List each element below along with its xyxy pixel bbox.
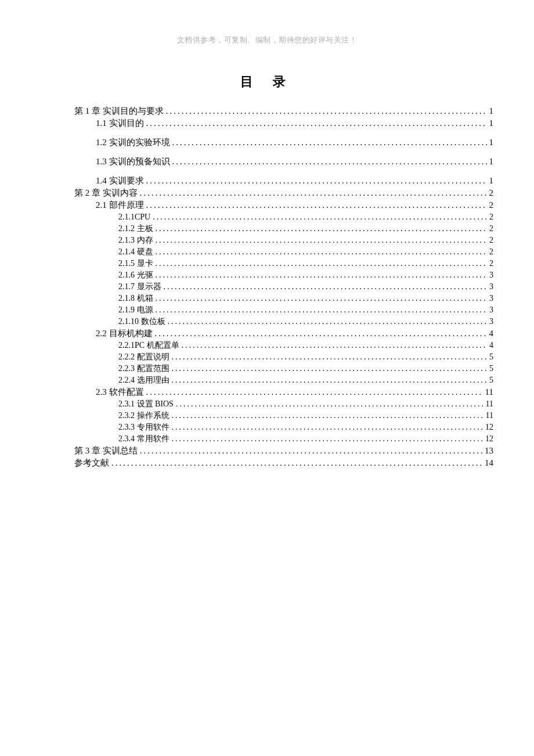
- toc-entry: 2.2.4 选用理由5: [41, 376, 493, 384]
- toc-dots: [146, 119, 487, 128]
- toc-entry-label: 2.2.1PC 机配置单: [118, 341, 179, 350]
- toc-dots: [172, 376, 488, 384]
- toc-entry: 2.1.5 显卡2: [41, 260, 493, 268]
- toc-dots: [156, 236, 488, 244]
- toc-entry-page: 5: [489, 353, 493, 361]
- toc-entry: 1.1 实训目的1: [41, 119, 493, 128]
- toc-dots: [156, 225, 488, 233]
- toc-dots: [156, 260, 488, 268]
- toc-entry-label: 第 1 章 实训目的与要求: [74, 107, 164, 116]
- toc-dots: [176, 400, 484, 408]
- toc-entry-page: 1: [489, 177, 494, 185]
- toc-entry-label: 参考文献: [74, 459, 109, 467]
- header-note: 文档供参考，可复制、编制，期待您的好评与关注！: [41, 35, 493, 45]
- toc-entry: 2.1.4 硬盘2: [41, 248, 493, 256]
- toc-entry-label: 2.1.3 内存: [118, 236, 153, 244]
- toc-entry: 2.3 软件配置11: [41, 388, 493, 397]
- toc-entry: 2.2.1PC 机配置单4: [41, 341, 493, 350]
- toc-entry-label: 2.1.5 显卡: [118, 260, 153, 268]
- toc-dots: [172, 138, 487, 147]
- toc-dots: [156, 271, 488, 279]
- toc-entry-page: 1: [489, 119, 494, 128]
- toc-entry: 2.1.1CPU2: [41, 213, 493, 221]
- toc-entry-page: 2: [489, 260, 493, 268]
- toc-dots: [111, 459, 482, 467]
- toc-entry: 2.1.7 显示器3: [41, 283, 493, 291]
- toc-entry: 2.1.6 光驱3: [41, 271, 493, 279]
- toc-entry-label: 1.3 实训的预备知识: [96, 157, 170, 166]
- toc-entry-label: 2.2.2 配置说明: [118, 353, 169, 361]
- toc-dots: [140, 447, 482, 455]
- toc-dots: [182, 341, 487, 350]
- toc-dots: [172, 435, 484, 443]
- toc-entry: 1.2 实训的实验环境1: [41, 138, 493, 147]
- toc-entry-label: 2.1 部件原理: [96, 201, 144, 210]
- toc-entry-page: 1: [489, 157, 494, 166]
- document-page: 文档供参考，可复制、编制，期待您的好评与关注！ 目 录 第 1 章 实训目的与要…: [0, 0, 534, 467]
- toc-entry: 2.1 部件原理2: [41, 201, 493, 210]
- toc-entry: 2.1.3 内存2: [41, 236, 493, 244]
- toc-entry-label: 1.4 实训要求: [96, 177, 144, 185]
- toc-entry-label: 2.1.7 显示器: [118, 283, 161, 291]
- toc-entry-label: 2.3 软件配置: [96, 388, 144, 397]
- toc-dots: [172, 423, 484, 431]
- toc-dots: [146, 201, 487, 210]
- toc-entry-page: 2: [489, 236, 493, 244]
- toc-dots: [168, 318, 488, 326]
- toc-dots: [172, 353, 488, 361]
- toc-dots: [172, 157, 487, 166]
- toc-entry-label: 1.2 实训的实验环境: [96, 138, 170, 147]
- toc-entry-page: 2: [489, 201, 494, 210]
- toc-dots: [156, 294, 488, 303]
- toc-dots: [146, 388, 483, 397]
- toc-dots: [172, 412, 484, 420]
- toc-entry-label: 2.3.3 专用软件: [118, 423, 169, 431]
- toc-entry: 参考文献14: [41, 459, 493, 467]
- toc-entry: 2.3.2 操作系统11: [41, 412, 493, 420]
- toc-entry-page: 2: [489, 213, 493, 221]
- toc-entry-page: 1: [489, 138, 494, 147]
- toc-entry-page: 12: [485, 423, 493, 431]
- toc-entry-label: 2.2.3 配置范围: [118, 365, 169, 373]
- toc-entry-page: 14: [485, 459, 493, 467]
- toc-entry-page: 3: [489, 306, 493, 314]
- toc-dots: [172, 365, 488, 373]
- toc-dots: [166, 107, 487, 116]
- toc-entry-page: 3: [489, 271, 493, 279]
- toc-entry: 2.1.8 机箱3: [41, 294, 493, 303]
- toc-entry-label: 2.3.2 操作系统: [118, 412, 169, 420]
- toc-entry-page: 5: [489, 365, 493, 373]
- toc-entry-page: 4: [489, 329, 494, 338]
- toc-entry: 2.1.10 数位板3: [41, 318, 493, 326]
- toc-dots: [156, 306, 488, 314]
- toc-entry: 2.1.9 电源3: [41, 306, 493, 314]
- toc-entry-label: 2.3.1 设置 BIOS: [118, 400, 174, 408]
- toc-entry-page: 3: [489, 318, 493, 326]
- toc-dots: [164, 283, 488, 291]
- toc-dots: [156, 248, 488, 256]
- toc-entry: 2.3.1 设置 BIOS11: [41, 400, 493, 408]
- toc-dots: [153, 213, 487, 221]
- toc-dots: [140, 189, 487, 197]
- toc-entry: 2.1.2 主板2: [41, 225, 493, 233]
- toc-entry-label: 2.1.10 数位板: [118, 318, 165, 326]
- toc-entry: 第 1 章 实训目的与要求1: [41, 107, 493, 116]
- toc-entry-page: 4: [489, 341, 493, 350]
- toc-entry: 第 3 章 实训总结13: [41, 447, 493, 455]
- toc-entry-page: 2: [489, 248, 493, 256]
- toc-entry-label: 2.1.8 机箱: [118, 294, 153, 303]
- table-of-contents: 第 1 章 实训目的与要求11.1 实训目的11.2 实训的实验环境11.3 实…: [41, 107, 493, 467]
- toc-entry: 2.3.4 常用软件12: [41, 435, 493, 443]
- toc-entry: 1.4 实训要求1: [41, 177, 493, 185]
- toc-entry-label: 2.2.4 选用理由: [118, 376, 169, 384]
- toc-entry-page: 13: [485, 447, 493, 455]
- toc-entry: 2.3.3 专用软件12: [41, 423, 493, 431]
- toc-entry-page: 11: [486, 400, 493, 408]
- toc-entry-label: 2.1.6 光驱: [118, 271, 153, 279]
- toc-entry-page: 3: [489, 294, 493, 303]
- toc-entry-page: 11: [486, 412, 493, 420]
- toc-dots: [155, 329, 487, 338]
- toc-entry-page: 2: [489, 189, 494, 197]
- toc-entry: 2.2 目标机构建4: [41, 329, 493, 338]
- toc-entry-label: 2.3.4 常用软件: [118, 435, 169, 443]
